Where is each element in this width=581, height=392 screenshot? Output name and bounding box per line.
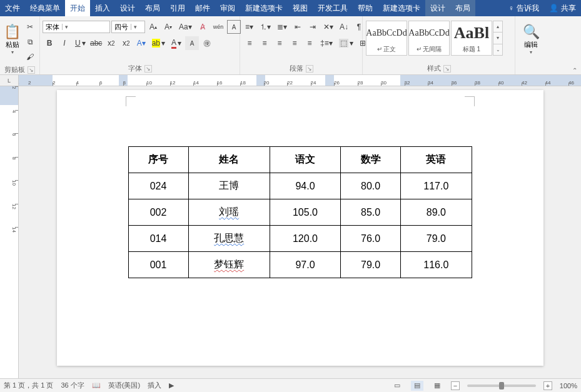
menu-design[interactable]: 设计 bbox=[115, 0, 140, 16]
menu-file[interactable]: 文件 bbox=[0, 0, 25, 16]
char-shading-button[interactable]: A bbox=[185, 36, 199, 50]
align-left-button[interactable]: ≡ bbox=[243, 36, 256, 50]
copy-button[interactable]: ⧉ bbox=[23, 35, 37, 49]
share-button[interactable]: 👤共享 bbox=[544, 0, 581, 16]
zoom-level[interactable]: 100% bbox=[560, 382, 577, 389]
style-heading1[interactable]: AaBl标题 1 bbox=[451, 21, 492, 56]
table-header[interactable]: 语文 bbox=[270, 147, 340, 173]
shrink-font-button[interactable]: A▾ bbox=[161, 20, 175, 34]
clipboard-launcher[interactable]: ↘ bbox=[28, 66, 35, 74]
text-effects-button[interactable]: A▾ bbox=[134, 36, 148, 50]
italic-button[interactable]: I bbox=[58, 36, 71, 50]
ruler-corner[interactable]: L bbox=[0, 75, 19, 86]
print-layout-button[interactable]: ▤ bbox=[411, 381, 423, 391]
enclose-char-button[interactable]: ㊝ bbox=[200, 36, 214, 50]
underline-button[interactable]: U▾ bbox=[73, 36, 88, 50]
table-cell[interactable]: 97.0 bbox=[270, 252, 340, 278]
menu-newtab1[interactable]: 新建选项卡 bbox=[240, 0, 288, 16]
table-cell[interactable]: 001 bbox=[128, 252, 188, 278]
char-border-button[interactable]: A bbox=[227, 20, 241, 34]
vertical-ruler[interactable]: 2468101214 bbox=[0, 86, 19, 378]
font-size-combo[interactable]: 四号▾ bbox=[111, 21, 145, 33]
menu-devtools[interactable]: 开发工具 bbox=[313, 0, 353, 16]
superscript-button[interactable]: x2 bbox=[119, 36, 133, 50]
collapse-ribbon-button[interactable]: ⌃ bbox=[572, 67, 577, 74]
increase-indent-button[interactable]: ⇥ bbox=[306, 20, 320, 34]
table-cell[interactable]: 024 bbox=[128, 173, 188, 199]
table-cell[interactable]: 王博 bbox=[188, 173, 270, 199]
table-header[interactable]: 英语 bbox=[401, 147, 472, 173]
change-case-button[interactable]: Aa▾ bbox=[176, 20, 195, 34]
table-cell[interactable]: 刘瑶 bbox=[188, 199, 270, 226]
menu-insert[interactable]: 插入 bbox=[90, 0, 115, 16]
table-cell[interactable]: 117.0 bbox=[401, 173, 472, 199]
document-canvas[interactable]: 序号姓名语文数学英语 024王博94.080.0117.0002刘瑶105.08… bbox=[19, 86, 581, 378]
align-center-button[interactable]: ≡ bbox=[258, 36, 271, 50]
style-normal[interactable]: AaBbCcDd↵ 正文 bbox=[366, 21, 407, 56]
menu-newtab2[interactable]: 新建选项卡 bbox=[378, 0, 425, 16]
language-indicator[interactable]: 英语(美国) bbox=[108, 381, 140, 390]
table-cell[interactable]: 116.0 bbox=[401, 252, 472, 278]
distribute-button[interactable]: ≡ bbox=[303, 36, 316, 50]
styles-scroll[interactable]: ▴▾⌄ bbox=[493, 21, 503, 56]
table-cell[interactable]: 76.0 bbox=[341, 226, 401, 252]
asian-layout-button[interactable]: ✕▾ bbox=[321, 20, 336, 34]
menu-view[interactable]: 视图 bbox=[288, 0, 313, 16]
spellcheck-icon[interactable]: 📖 bbox=[92, 381, 101, 389]
table-row[interactable]: 002刘瑶105.085.089.0 bbox=[128, 199, 472, 226]
menu-start[interactable]: 开始 bbox=[65, 0, 90, 16]
table-cell[interactable]: 孔思慧 bbox=[188, 226, 270, 252]
table-cell[interactable]: 梦钰辉 bbox=[188, 252, 270, 278]
paste-button[interactable]: 📋 粘贴 ▾ bbox=[3, 18, 22, 61]
table-row[interactable]: 024王博94.080.0117.0 bbox=[128, 173, 472, 199]
insert-mode[interactable]: 插入 bbox=[148, 381, 161, 390]
bold-button[interactable]: B bbox=[43, 36, 56, 50]
table-row[interactable]: 001梦钰辉97.079.0116.0 bbox=[128, 252, 472, 278]
number-list-button[interactable]: ⒈▾ bbox=[257, 20, 273, 34]
macro-icon[interactable]: ▶ bbox=[169, 381, 174, 389]
menu-layout[interactable]: 布局 bbox=[140, 0, 165, 16]
font-launcher[interactable]: ↘ bbox=[144, 65, 152, 73]
sort-button[interactable]: A↓ bbox=[337, 20, 351, 34]
menu-table-layout[interactable]: 布局 bbox=[450, 0, 475, 16]
subscript-button[interactable]: x2 bbox=[104, 36, 118, 50]
table-header[interactable]: 数学 bbox=[341, 147, 401, 173]
strike-button[interactable]: abc bbox=[89, 36, 103, 50]
table-cell[interactable]: 79.0 bbox=[401, 226, 472, 252]
multilevel-list-button[interactable]: ≣▾ bbox=[275, 20, 290, 34]
read-mode-button[interactable]: ▭ bbox=[391, 381, 403, 391]
table-cell[interactable]: 94.0 bbox=[270, 173, 340, 199]
table-cell[interactable]: 80.0 bbox=[341, 173, 401, 199]
table-cell[interactable]: 105.0 bbox=[270, 199, 340, 226]
zoom-out-button[interactable]: − bbox=[451, 381, 460, 390]
shading-button[interactable]: ⬚▾ bbox=[336, 36, 356, 50]
zoom-slider[interactable] bbox=[467, 384, 536, 387]
clear-format-button[interactable]: A̷ bbox=[196, 20, 210, 34]
justify-button[interactable]: ≡ bbox=[288, 36, 301, 50]
decrease-indent-button[interactable]: ⇤ bbox=[291, 20, 305, 34]
table-cell[interactable]: 002 bbox=[128, 199, 188, 226]
table-cell[interactable]: 79.0 bbox=[341, 252, 401, 278]
table-cell[interactable]: 120.0 bbox=[270, 226, 340, 252]
menu-reference[interactable]: 引用 bbox=[165, 0, 190, 16]
format-painter-button[interactable]: 🖌 bbox=[23, 50, 37, 64]
cut-button[interactable]: ✂ bbox=[23, 20, 37, 34]
table-cell[interactable]: 014 bbox=[128, 226, 188, 252]
table-header[interactable]: 姓名 bbox=[188, 147, 270, 173]
word-count[interactable]: 36 个字 bbox=[61, 381, 84, 390]
menu-classic[interactable]: 经典菜单 bbox=[25, 0, 65, 16]
font-color-button[interactable]: A▾ bbox=[169, 36, 184, 50]
menu-review[interactable]: 审阅 bbox=[215, 0, 240, 16]
table-header[interactable]: 序号 bbox=[128, 147, 188, 173]
zoom-in-button[interactable]: + bbox=[543, 381, 552, 390]
styles-launcher[interactable]: ↘ bbox=[443, 65, 451, 73]
menu-help[interactable]: 帮助 bbox=[353, 0, 378, 16]
tell-me[interactable]: ♀告诉我 bbox=[503, 0, 544, 16]
data-table[interactable]: 序号姓名语文数学英语 024王博94.080.0117.0002刘瑶105.08… bbox=[128, 146, 472, 278]
menu-table-design[interactable]: 设计 bbox=[425, 0, 450, 16]
grow-font-button[interactable]: A▴ bbox=[146, 20, 160, 34]
web-layout-button[interactable]: ▦ bbox=[431, 381, 443, 391]
font-family-combo[interactable]: 宋体▾ bbox=[43, 21, 110, 33]
table-cell[interactable]: 85.0 bbox=[341, 199, 401, 226]
table-cell[interactable]: 89.0 bbox=[401, 199, 472, 226]
